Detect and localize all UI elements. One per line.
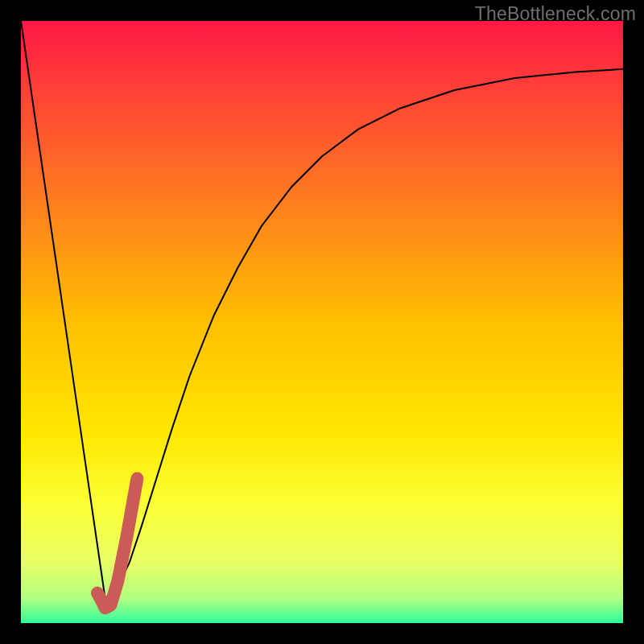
chart-background <box>21 21 623 623</box>
chart-svg <box>21 21 623 623</box>
chart-frame: TheBottleneck.com <box>0 0 644 644</box>
plot-area <box>21 21 623 623</box>
watermark-text: TheBottleneck.com <box>475 3 636 25</box>
